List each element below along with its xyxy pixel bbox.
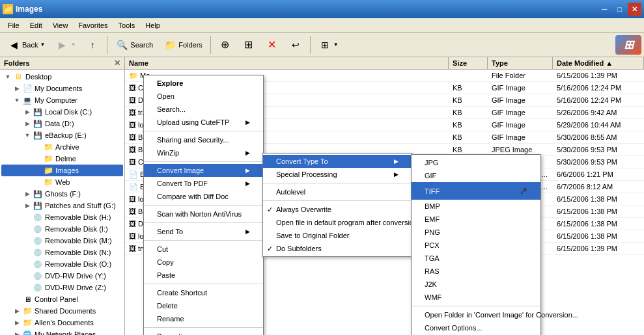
ctx3-open-folder[interactable]: Open Folder in 'Convert Image' for Conve… xyxy=(412,308,540,321)
allendocs-icon: 📁 xyxy=(22,317,33,328)
ctx-sendto[interactable]: Send To ▶ xyxy=(144,225,263,238)
tree-item-d[interactable]: ▶ 💾 Data (D:) xyxy=(1,118,123,129)
expander-mydocs: ▶ xyxy=(12,83,22,94)
tree-item-g[interactable]: ▶ 💾 Patches and Stuff (G:) xyxy=(1,200,123,211)
menu-tools[interactable]: Tools xyxy=(113,20,141,31)
tree-item-desktop[interactable]: ▼ 🖥 Desktop xyxy=(1,71,123,83)
ctx-convert-pdf[interactable]: Convert To PDF ▶ xyxy=(144,177,263,190)
ctx3-bmp[interactable]: BMP xyxy=(412,200,540,213)
ctx3-tiff[interactable]: TIFF ↗ xyxy=(412,182,540,200)
back-button[interactable]: ◀ Back ▼ xyxy=(3,36,49,54)
ctx-sep-1 xyxy=(144,131,263,131)
ctx-properties[interactable]: Properties xyxy=(144,330,263,335)
ctx-open[interactable]: Open xyxy=(144,90,263,103)
tree-item-z[interactable]: 💿 DVD-RW Drive (Z:) xyxy=(1,282,123,293)
menu-edit[interactable]: Edit xyxy=(25,20,48,31)
tree-item-web[interactable]: 📁 Web xyxy=(1,176,123,188)
ctx3-convert-options[interactable]: Convert Options... xyxy=(412,321,540,334)
ctx3-wmf[interactable]: WMF xyxy=(412,291,540,304)
ctx-delete[interactable]: Delete xyxy=(144,299,263,312)
ctx-upload[interactable]: Upload using CuteFTP ▶ xyxy=(144,116,263,129)
tree-item-y[interactable]: 💿 DVD-RW Drive (Y:) xyxy=(1,270,123,282)
ctx-create-shortcut[interactable]: Create Shortcut xyxy=(144,286,263,299)
close-button[interactable]: ✕ xyxy=(628,3,641,16)
expander-y xyxy=(22,271,33,281)
tree-item-h[interactable]: 💿 Removable Disk (H:) xyxy=(1,211,123,223)
folders-close-button[interactable]: ✕ xyxy=(114,59,120,68)
ctx-cut[interactable]: Cut xyxy=(144,243,263,256)
ctx-upload-arrow: ▶ xyxy=(245,119,250,126)
tree-item-delme[interactable]: 📁 Delme xyxy=(1,153,123,165)
mydocs-icon: 📄 xyxy=(22,83,33,94)
ctx3-ras[interactable]: RAS xyxy=(412,265,540,278)
nav-btn-1[interactable]: ⊕ xyxy=(214,36,236,54)
tree-item-images[interactable]: 📁 Images xyxy=(1,165,123,176)
col-date[interactable]: Date Modified ▲ xyxy=(553,57,644,69)
folders-tree[interactable]: ▼ 🖥 Desktop ▶ 📄 My Documents ▼ 💻 My Comp… xyxy=(0,70,124,335)
ctx-compare[interactable]: Compare with Diff Doc xyxy=(144,190,263,203)
tree-item-m[interactable]: 💿 Removable Disk (M:) xyxy=(1,235,123,247)
ctx-rename[interactable]: Rename xyxy=(144,312,263,325)
minimize-button[interactable]: ─ xyxy=(598,3,611,16)
menu-view[interactable]: View xyxy=(48,20,74,31)
tree-item-allendocs[interactable]: ▶ 📁 Allen's Documents xyxy=(1,317,123,328)
ctx-copy[interactable]: Copy xyxy=(144,256,263,269)
ctx2-convert-type[interactable]: Convert Type To ▶ xyxy=(263,155,412,168)
ctx2-overwrite-check: ✓ xyxy=(267,206,273,214)
views-button[interactable]: ⊞ ▼ xyxy=(314,36,343,54)
ctx-convert-image[interactable]: Convert Image ▶ xyxy=(144,164,263,177)
forward-button[interactable]: ▶ ▼ xyxy=(51,36,80,54)
tree-item-archive[interactable]: 📁 Archive xyxy=(1,141,123,153)
expander-cp xyxy=(12,294,22,304)
ctx3-png[interactable]: PNG xyxy=(412,226,540,239)
menu-file[interactable]: File xyxy=(3,20,25,31)
ctx2-save-original[interactable]: Save to Original Folder xyxy=(263,229,412,242)
undo-button[interactable]: ↩ xyxy=(285,36,307,54)
ctx3-jpg[interactable]: JPG xyxy=(412,156,540,169)
tree-label-cp: Control Panel xyxy=(35,295,78,303)
tree-item-controlpanel[interactable]: 🖥 Control Panel xyxy=(1,293,123,305)
ctx-explore[interactable]: Explore xyxy=(144,77,263,90)
up-button[interactable]: ↑ xyxy=(81,36,104,54)
search-button[interactable]: 🔍 Search xyxy=(111,36,158,54)
tree-item-mycomputer[interactable]: ▼ 💻 My Computer xyxy=(1,94,123,106)
col-name[interactable]: Name xyxy=(125,57,449,69)
ctx2-always-overwrite[interactable]: ✓ Always Overwrite xyxy=(263,203,412,216)
col-size[interactable]: Size xyxy=(449,57,488,69)
menu-favorites[interactable]: Favorites xyxy=(73,20,113,31)
expander-f: ▶ xyxy=(22,189,33,199)
col-type[interactable]: Type xyxy=(488,57,553,69)
delete-button[interactable]: ✕ xyxy=(261,36,283,54)
ctx2-autolevel[interactable]: Autolevel xyxy=(263,185,412,198)
ctx-search[interactable]: Search... xyxy=(144,103,263,116)
nav-btn-2[interactable]: ⊞ xyxy=(238,36,260,54)
ctx-winzip[interactable]: WinZip ▶ xyxy=(144,146,263,159)
tree-item-network[interactable]: ▶ 🌐 My Network Places xyxy=(1,328,123,335)
ctx3-tga[interactable]: TGA xyxy=(412,252,540,265)
expander-d: ▶ xyxy=(22,118,33,129)
tree-item-o[interactable]: 💿 Removable Disk (O:) xyxy=(1,258,123,270)
tree-item-mydocs[interactable]: ▶ 📄 My Documents xyxy=(1,83,123,94)
ctx3-j2k[interactable]: J2K xyxy=(412,278,540,291)
ctx-norton[interactable]: Scan with Norton AntiVirus xyxy=(144,208,263,221)
tree-item-i[interactable]: 💿 Removable Disk (I:) xyxy=(1,223,123,235)
menu-help[interactable]: Help xyxy=(140,20,165,31)
ctx2-open-default[interactable]: Open file in default program after conve… xyxy=(263,216,412,229)
ctx3-gif[interactable]: GIF xyxy=(412,169,540,182)
tree-item-f[interactable]: ▶ 💾 Ghosts (F:) xyxy=(1,188,123,200)
ctx2-do-subfolders[interactable]: ✓ Do Subfolders xyxy=(263,242,412,255)
expander-web xyxy=(33,177,43,187)
ctx-convert-pdf-label: Convert To PDF xyxy=(157,180,208,187)
maximize-button[interactable]: □ xyxy=(613,3,626,16)
tree-item-n[interactable]: 💿 Removable Disk (N:) xyxy=(1,247,123,258)
ctx3-pcx[interactable]: PCX xyxy=(412,239,540,252)
ctx-paste[interactable]: Paste xyxy=(144,269,263,282)
ctx3-emf[interactable]: EMF xyxy=(412,213,540,226)
ctx-sharing[interactable]: Sharing and Security... xyxy=(144,133,263,146)
tree-item-shareddocs[interactable]: ▶ 📁 Shared Documents xyxy=(1,305,123,317)
tree-item-c[interactable]: ▶ 💾 Local Disk (C:) xyxy=(1,106,123,118)
expander-g: ▶ xyxy=(22,200,33,211)
folders-button[interactable]: 📁 Folders xyxy=(159,36,207,54)
tree-item-e[interactable]: ▼ 💾 eBackup (E:) xyxy=(1,129,123,141)
ctx2-special-processing[interactable]: Special Processing ▶ xyxy=(263,168,412,181)
